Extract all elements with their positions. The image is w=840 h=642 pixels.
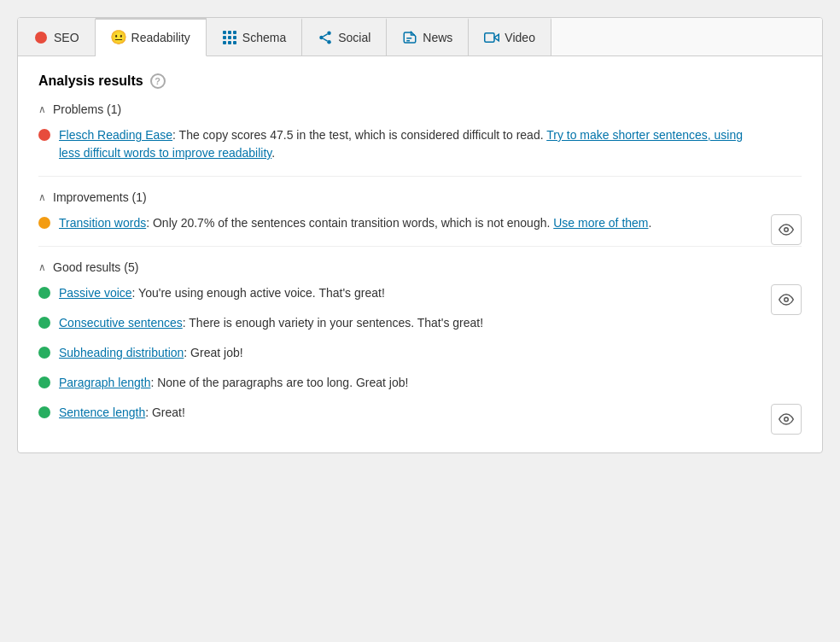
svg-point-11 <box>327 40 331 44</box>
tab-social-label: Social <box>338 31 370 44</box>
svg-rect-6 <box>223 41 226 44</box>
section-title: Analysis results <box>38 73 143 89</box>
svg-rect-5 <box>233 36 236 39</box>
tab-bar: SEO 😐 Readability Schema <box>18 18 822 56</box>
status-dot-red <box>38 129 50 141</box>
status-dot-green-5 <box>38 406 50 418</box>
help-icon[interactable]: ? <box>150 73 166 89</box>
svg-point-19 <box>785 298 789 302</box>
svg-rect-2 <box>233 31 236 34</box>
svg-rect-17 <box>485 33 494 43</box>
tab-readability-label: Readability <box>131 31 190 44</box>
result-sentence-text: Sentence length: Great! <box>59 404 185 422</box>
result-passive: Passive voice: You're using enough activ… <box>38 284 802 302</box>
tab-news[interactable]: News <box>387 18 469 55</box>
result-consecutive: Consecutive sentences: There is enough v… <box>38 314 802 332</box>
svg-point-20 <box>785 417 789 422</box>
tab-readability[interactable]: 😐 Readability <box>96 18 207 56</box>
svg-rect-4 <box>228 36 231 39</box>
result-flesch-text: Flesch Reading Ease: The copy scores 47.… <box>59 126 759 162</box>
result-paragraph-text: Paragraph length: None of the paragraphs… <box>59 374 408 392</box>
video-icon <box>484 30 499 45</box>
result-transition: Transition words: Only 20.7% of the sent… <box>38 214 802 232</box>
svg-point-18 <box>785 228 789 232</box>
result-sentence: Sentence length: Great! <box>38 404 802 422</box>
seo-status-icon <box>33 30 49 45</box>
tab-seo-label: SEO <box>54 31 79 44</box>
group-problems-title[interactable]: ∧ Problems (1) <box>38 102 802 116</box>
status-dot-green-3 <box>38 347 50 359</box>
svg-marker-16 <box>494 34 499 41</box>
flesch-link[interactable]: Flesch Reading Ease <box>59 128 172 142</box>
transition-link[interactable]: Transition words <box>59 216 146 230</box>
svg-rect-3 <box>223 36 226 39</box>
status-dot-green-1 <box>38 287 50 299</box>
section-header: Analysis results ? <box>38 73 802 89</box>
group-improvements-label: Improvements (1) <box>53 190 147 204</box>
chevron-up-icon: ∧ <box>38 103 46 115</box>
sentence-eye-button[interactable] <box>771 404 802 435</box>
tab-video-label: Video <box>505 31 535 44</box>
eye-icon <box>779 222 794 237</box>
result-flesch: Flesch Reading Ease: The copy scores 47.… <box>38 126 802 162</box>
svg-point-10 <box>319 36 324 40</box>
passive-eye-button[interactable] <box>771 284 802 315</box>
status-dot-orange <box>38 217 50 229</box>
passive-voice-link[interactable]: Passive voice <box>59 286 132 300</box>
result-transition-text: Transition words: Only 20.7% of the sent… <box>59 214 651 232</box>
tab-social[interactable]: Social <box>302 18 387 55</box>
group-improvements: ∧ Improvements (1) Transition words: Onl… <box>38 190 802 232</box>
tab-video[interactable]: Video <box>469 18 551 55</box>
result-subheading-text: Subheading distribution: Great job! <box>59 344 243 362</box>
result-consecutive-text: Consecutive sentences: There is enough v… <box>59 314 483 332</box>
svg-rect-0 <box>223 31 226 34</box>
consecutive-sentences-link[interactable]: Consecutive sentences <box>59 316 183 330</box>
eye-icon-2 <box>779 292 794 307</box>
readability-status-icon: 😐 <box>111 30 126 45</box>
transition-eye-button[interactable] <box>771 214 802 245</box>
group-good-label: Good results (5) <box>53 260 138 274</box>
transition-suggestion-link[interactable]: Use more of them <box>553 216 648 230</box>
tab-seo[interactable]: SEO <box>18 18 96 55</box>
chevron-up-icon-3: ∧ <box>38 261 46 273</box>
news-icon <box>402 30 417 45</box>
tab-schema-label: Schema <box>242 31 286 44</box>
main-container: SEO 😐 Readability Schema <box>17 17 823 453</box>
group-problems: ∧ Problems (1) Flesch Reading Ease: The … <box>38 102 802 162</box>
svg-point-9 <box>327 32 331 36</box>
svg-line-12 <box>324 38 328 41</box>
divider-2 <box>38 246 802 247</box>
svg-rect-8 <box>233 41 236 44</box>
result-subheading: Subheading distribution: Great job! <box>38 344 802 362</box>
group-good: ∧ Good results (5) Passive voice: You're… <box>38 260 802 422</box>
schema-icon <box>222 30 237 45</box>
result-paragraph: Paragraph length: None of the paragraphs… <box>38 374 802 392</box>
status-dot-green-2 <box>38 317 50 329</box>
sentence-length-link[interactable]: Sentence length <box>59 406 145 419</box>
status-dot-green-4 <box>38 376 50 388</box>
tab-schema[interactable]: Schema <box>207 18 302 55</box>
group-improvements-title[interactable]: ∧ Improvements (1) <box>38 190 802 204</box>
divider-1 <box>38 176 802 177</box>
tab-news-label: News <box>423 31 452 44</box>
eye-icon-3 <box>779 411 794 427</box>
svg-line-13 <box>324 34 328 37</box>
social-icon <box>318 30 333 45</box>
subheading-distribution-link[interactable]: Subheading distribution <box>59 346 184 359</box>
svg-rect-7 <box>228 41 231 44</box>
svg-rect-1 <box>228 31 231 34</box>
group-good-title[interactable]: ∧ Good results (5) <box>38 260 802 274</box>
group-problems-label: Problems (1) <box>53 102 121 116</box>
result-passive-text: Passive voice: You're using enough activ… <box>59 284 385 302</box>
analysis-content: Analysis results ? ∧ Problems (1) Flesch… <box>18 56 822 452</box>
paragraph-length-link[interactable]: Paragraph length <box>59 376 150 389</box>
chevron-up-icon-2: ∧ <box>38 191 46 203</box>
